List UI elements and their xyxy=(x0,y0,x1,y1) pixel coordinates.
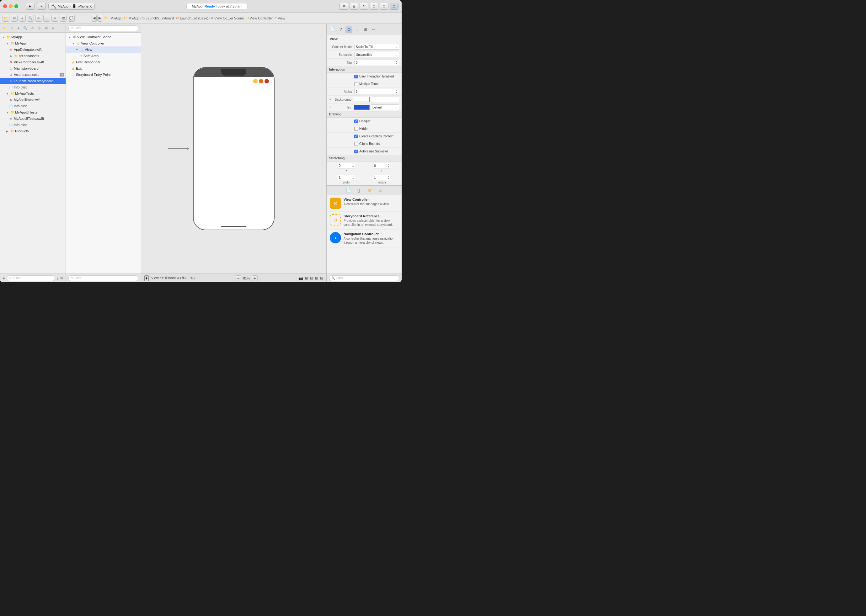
scene-item-scene[interactable]: ▾ 🖥 View Controller Scene xyxy=(66,34,141,40)
tab-attributes-inspector[interactable]: ↓ xyxy=(354,26,361,33)
lib-item-navcontroller[interactable]: ‹ Navigation Controller A controller tha… xyxy=(327,229,402,247)
tint-select[interactable]: Default ⌄ xyxy=(371,104,399,110)
navigator-sym-icon[interactable]: + xyxy=(16,25,21,31)
fit-icon[interactable]: ⊟ xyxy=(320,276,323,280)
background-color-swatch[interactable] xyxy=(354,97,370,102)
lib-tab-vc[interactable]: ⊙ xyxy=(366,187,373,194)
tree-item-myappuitests[interactable]: ▾ 📁 MyAppUITests xyxy=(0,109,66,115)
tree-item-tests-plist[interactable]: 📄 Info.plist xyxy=(0,103,66,109)
tab-identity-inspector[interactable]: ⊙ xyxy=(345,26,353,33)
tree-item-launchscreen[interactable]: 🗂 LaunchScreen.storyboard xyxy=(0,78,66,84)
add-target-btn[interactable]: + xyxy=(19,15,26,22)
tree-item-myappuitests-swift[interactable]: S MyAppUITests.swift xyxy=(0,115,66,122)
scene-item-safearea[interactable]: □ Safe Area xyxy=(66,53,141,59)
nav-forward-button[interactable]: ▶ xyxy=(97,15,102,22)
scene-item-vc[interactable]: ▾ ⊙ View Controller xyxy=(66,40,141,46)
toggle-navigator-button[interactable]: □ xyxy=(370,3,378,10)
editor-version-button[interactable]: ↻ xyxy=(360,3,368,10)
tint-color-swatch[interactable] xyxy=(354,105,370,110)
editor-assistant-button[interactable]: ⊞ xyxy=(350,3,358,10)
run-button[interactable]: ▶ xyxy=(26,3,35,10)
add-tint-button[interactable]: + xyxy=(329,105,331,110)
breadcrumb-view[interactable]: View xyxy=(278,16,285,20)
opaque-checkbox[interactable]: ✓ Opaque xyxy=(354,119,370,123)
lib-item-vc[interactable]: ⊙ View Controller A controller that mana… xyxy=(327,195,402,212)
lib-tab-file[interactable]: 📄 xyxy=(345,187,352,194)
autoresize-checkbox[interactable]: ✓ Autoresize Subviews xyxy=(354,149,389,153)
tree-item-mainstoryboard[interactable]: 🗂 Main.storyboard xyxy=(0,65,66,72)
grid-btn[interactable]: ⊞ xyxy=(43,15,50,22)
background-select[interactable]: ⌄ xyxy=(371,97,399,102)
stretch-h-input[interactable]: 1 ▲▼ xyxy=(373,175,390,180)
tab-quick-help[interactable]: ? xyxy=(337,26,344,33)
scene-filter-bottom[interactable]: ⊙ Filter xyxy=(68,275,139,281)
maximize-button[interactable] xyxy=(14,5,18,8)
breadcrumb-scene[interactable]: View Co...er Scene xyxy=(214,16,244,20)
navigator-scm-icon[interactable]: ⊞ xyxy=(9,25,14,31)
alpha-input[interactable]: 1 ▲▼ xyxy=(354,89,399,94)
stretch-x-input[interactable]: 0 ▲▼ xyxy=(338,163,355,168)
lib-item-storyboard-ref[interactable]: ⊙ Storyboard Reference Provides a placeh… xyxy=(327,212,402,229)
tree-item-info-plist[interactable]: 📄 Info.plist xyxy=(0,84,66,90)
tab-size-inspector[interactable]: ⊞ xyxy=(362,26,369,33)
canvas-content[interactable] xyxy=(141,24,326,273)
close-button[interactable] xyxy=(3,5,7,8)
link-btn[interactable]: ⛓ xyxy=(60,15,66,22)
clip-bounds-checkbox[interactable]: Clip to Bounds xyxy=(354,142,379,146)
add-background-button[interactable]: + xyxy=(329,97,331,102)
stop-button[interactable]: ■ xyxy=(37,3,46,10)
navigator-issue-icon[interactable]: ⚠ xyxy=(30,25,35,31)
zoom-out-button[interactable]: − xyxy=(236,275,241,281)
warning-btn[interactable]: ⚠ xyxy=(35,15,42,22)
content-mode-select[interactable]: Scale To Fill ⌄ xyxy=(354,44,399,50)
hierarchy-icon[interactable]: ⊞ xyxy=(60,276,63,280)
navigator-report-icon[interactable]: ≡ xyxy=(50,25,56,31)
alpha-stepper[interactable]: ▲▼ xyxy=(395,90,398,94)
search-btn[interactable]: 🔍 xyxy=(27,15,34,22)
breadcrumb-launchstoryboard[interactable]: LaunchS...ryboard xyxy=(146,16,174,20)
folder-icon-btn[interactable]: 📁 xyxy=(3,15,9,22)
inspector-toggle-btn[interactable]: ⊞ xyxy=(11,15,17,22)
scene-item-firstresponder[interactable]: ⚡ First Responder xyxy=(66,59,141,65)
scene-item-exit[interactable]: ⊗ Exit xyxy=(66,65,141,72)
frame-icon[interactable]: ⊡ xyxy=(310,276,313,280)
x-stepper[interactable]: ▲▼ xyxy=(352,163,354,168)
editor-standard-button[interactable]: ≡ xyxy=(340,3,348,10)
breadcrumb-myapp-root[interactable]: MyApp xyxy=(110,16,121,20)
grid-icon[interactable]: ⊞ xyxy=(305,276,308,280)
breadcrumb-launchbase[interactable]: Launch...rd (Base) xyxy=(180,16,208,20)
list-btn[interactable]: ≡ xyxy=(52,15,58,22)
navigator-debug-icon[interactable]: ⊞ xyxy=(43,25,49,31)
h-stepper[interactable]: ▲▼ xyxy=(387,175,389,180)
multiple-touch-checkbox[interactable]: Multiple Touch xyxy=(354,82,379,86)
toggle-debug-button[interactable]: □ xyxy=(379,3,389,10)
scene-item-view[interactable]: ▾ □ View xyxy=(66,46,141,53)
camera-icon[interactable]: 📷 xyxy=(298,276,303,280)
user-interaction-checkbox[interactable]: ✓ User Interaction Enabled xyxy=(354,75,394,79)
lib-tab-snippet[interactable]: □ xyxy=(377,187,384,194)
tree-item-myapptests-swift[interactable]: S MyAppTests.swift xyxy=(0,97,66,103)
comment-btn[interactable]: 💬 xyxy=(68,15,75,22)
lib-tab-object[interactable]: {} xyxy=(356,187,362,194)
breadcrumb-viewcontroller[interactable]: View Controller xyxy=(250,16,273,20)
breadcrumb-myapp[interactable]: MyApp xyxy=(129,16,139,20)
stretch-y-input[interactable]: 0 ▲▼ xyxy=(373,163,390,168)
navigator-test-icon[interactable]: ◇ xyxy=(36,25,42,31)
library-filter-input[interactable]: 🔍 Filter xyxy=(329,275,399,281)
constrain-icon[interactable]: ⊞ xyxy=(315,276,318,280)
zoom-in-button[interactable]: + xyxy=(252,275,258,281)
tab-file-inspector[interactable]: 📄 xyxy=(329,26,336,33)
minimize-button[interactable] xyxy=(9,5,13,8)
scene-filter[interactable]: ⊙ Filter xyxy=(68,25,139,31)
tree-item-assets[interactable]: 🗂 Assets.xcassets M xyxy=(0,72,66,78)
add-file-icon[interactable]: + xyxy=(3,276,5,281)
tree-item-artscnassets[interactable]: ▶ 📁 art.scnassets xyxy=(0,53,66,59)
tree-item-products[interactable]: ▶ 📁 Products xyxy=(0,128,66,134)
semantic-select[interactable]: Unspecified ⌄ xyxy=(354,52,399,57)
y-stepper[interactable]: ▲▼ xyxy=(387,163,389,168)
nav-back-button[interactable]: ◀ xyxy=(91,15,97,22)
tree-item-viewcontroller[interactable]: S ViewController.swift xyxy=(0,59,66,65)
tab-connections-inspector[interactable]: ↔ xyxy=(370,26,377,33)
tree-item-uitests-plist[interactable]: 📄 Info.plist xyxy=(0,122,66,128)
scheme-selector[interactable]: 🔨 MyApp › 📱 iPhone X xyxy=(48,3,95,10)
